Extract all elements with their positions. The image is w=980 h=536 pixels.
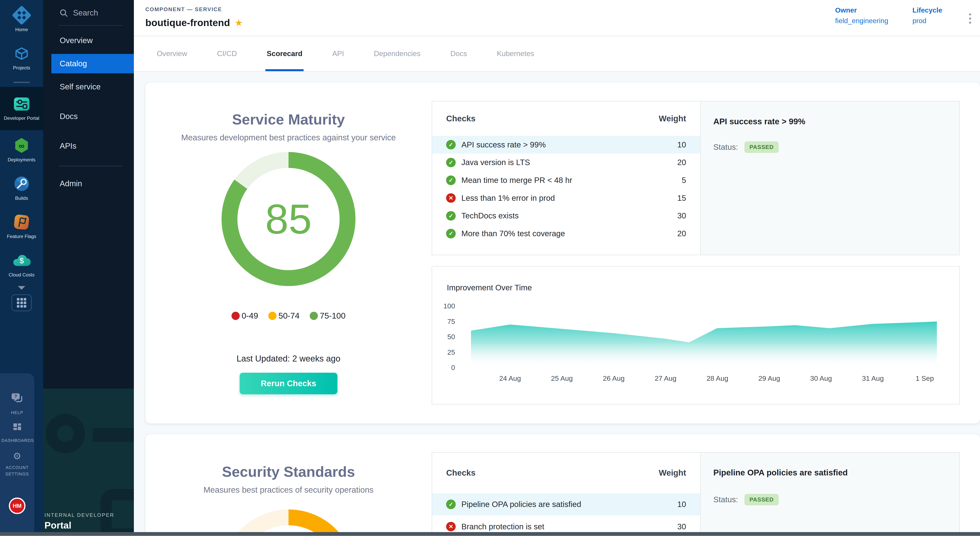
check-row[interactable]: ✓Java version is LTS20 [432, 154, 700, 171]
brand-line1: INTERNAL DEVELOPER [45, 512, 115, 518]
rail-item-label: Builds [15, 195, 28, 201]
check-weight: 15 [672, 194, 686, 203]
avatar[interactable]: HM [9, 498, 25, 514]
y-tick-label: 75 [447, 318, 455, 326]
footer-item-help[interactable]: ?HELP [1, 392, 33, 416]
meta-lifecycle: Lifecycleprod [912, 6, 942, 27]
scorecard-title: Service Maturity [145, 111, 432, 128]
check-weight: 30 [672, 211, 686, 220]
tab-kubernetes[interactable]: Kubernetes [497, 36, 534, 71]
tab-scorecard[interactable]: Scorecard [267, 36, 302, 71]
circuit-ring-decoration [46, 414, 85, 453]
y-tick-label: 100 [443, 302, 455, 310]
rerun-checks-button[interactable]: Rerun Checks [240, 373, 337, 394]
meta-value[interactable]: field_engineering [835, 17, 888, 25]
x-tick-label: 1 Sep [909, 374, 940, 382]
sliders-icon [12, 94, 31, 113]
legend-label: 75-100 [320, 311, 345, 321]
sidebar-item-docs[interactable]: Docs [43, 107, 134, 126]
sidebar-divider [59, 165, 123, 166]
x-tick-label: 25 Aug [546, 374, 578, 382]
check-label: Mean time to merge PR < 48 hr [461, 176, 667, 185]
status-label: Status: [713, 495, 738, 504]
sidebar-item-self-service[interactable]: Self service [43, 77, 134, 97]
x-tick-label: 24 Aug [494, 374, 526, 382]
check-circle-icon: ✓ [446, 140, 456, 150]
check-label: Java version is LTS [461, 158, 667, 167]
content-area: COMPONENT — SERVICE boutique-frontend ★ … [134, 0, 980, 536]
x-tick-label: 28 Aug [702, 374, 733, 382]
rail-item-label: Feature Flags [7, 234, 36, 239]
checks-panel: Checks Weight ✓API success rate > 99%10✓… [431, 101, 959, 255]
sidebar-item-admin[interactable]: Admin [43, 174, 134, 194]
favorite-star-icon[interactable]: ★ [234, 18, 243, 28]
tab-docs[interactable]: Docs [450, 36, 467, 71]
module-browser-button[interactable] [11, 294, 32, 311]
sidebar-search[interactable]: Search [43, 0, 134, 24]
scorecard-subtitle: Measures best practices of security oper… [145, 485, 432, 495]
x-circle-icon: ✕ [446, 522, 456, 531]
meta-label[interactable]: Lifecycle [912, 6, 942, 14]
rail-item-home[interactable]: Home [0, 0, 43, 38]
check-circle-icon: ✓ [446, 499, 456, 509]
x-tick-label: 31 Aug [857, 374, 889, 382]
check-circle-icon: ✓ [446, 211, 456, 221]
status-badge: PASSED [745, 142, 779, 153]
tab-api[interactable]: API [332, 36, 344, 71]
tab-dependencies[interactable]: Dependencies [374, 36, 420, 71]
check-row[interactable]: ✕Less than 1% error in prod15 [432, 189, 700, 207]
main-scroll-area[interactable]: Service Maturity Measures development be… [134, 72, 980, 536]
x-circle-icon: ✕ [446, 193, 456, 203]
rail-item-feature-flags[interactable]: Feature Flags [0, 207, 43, 245]
sidebar-item-overview[interactable]: Overview [43, 31, 134, 50]
tab-overview[interactable]: Overview [157, 36, 187, 71]
tab-bar: OverviewCI/CDScorecardAPIDependenciesDoc… [134, 36, 980, 72]
infinity-hexagon-icon: ∞ [12, 136, 31, 155]
meta-value[interactable]: prod [912, 17, 942, 25]
sidebar: Search OverviewCatalogSelf serviceDocsAP… [43, 0, 134, 536]
search-label: Search [73, 8, 98, 17]
footer-item-label: HELP [11, 409, 23, 416]
cube-icon [12, 44, 31, 63]
check-row[interactable]: ✓Mean time to merge PR < 48 hr5 [432, 171, 700, 189]
collapse-chevron-icon[interactable] [18, 286, 25, 290]
checks-column-header: Checks [446, 114, 659, 123]
last-updated: Last Updated: 2 weeks ago [145, 354, 432, 363]
status-label: Status: [713, 143, 738, 152]
footer-item-account-settings[interactable]: ⚙ACCOUNT SETTINGS [1, 450, 33, 477]
check-row[interactable]: ✓Pipeline OPA policies are satisfied10 [432, 493, 700, 515]
footer-item-label: DASHBOARDS [1, 437, 33, 444]
check-detail-panel: API success rate > 99% Status: PASSED [700, 102, 959, 254]
footer-item-dashboards[interactable]: DASHBOARDS [1, 422, 33, 444]
more-options-button[interactable] [966, 10, 974, 28]
page-header: COMPONENT — SERVICE boutique-frontend ★ … [134, 0, 980, 36]
improvement-chart: Improvement Over Time 0255075100 [431, 266, 959, 404]
rail-item-cloud-costs[interactable]: $Cloud Costs [0, 245, 43, 283]
sidebar-item-apis[interactable]: APIs [43, 136, 134, 156]
meta-label[interactable]: Owner [835, 6, 888, 14]
tab-ci-cd[interactable]: CI/CD [217, 36, 237, 71]
rail-item-label: Home [15, 27, 28, 33]
rail-item-deployments[interactable]: ∞Deployments [0, 130, 43, 169]
check-row[interactable]: ✓More than 70% test coverage20 [432, 225, 700, 243]
check-weight: 20 [672, 229, 686, 238]
rail-item-builds[interactable]: Builds [0, 169, 43, 207]
check-row[interactable]: ✓API success rate > 99%10 [432, 136, 700, 154]
check-row[interactable]: ✓TechDocs exists30 [432, 207, 700, 225]
legend-item-0-49: 0-49 [231, 311, 258, 321]
chart-x-axis: 24 Aug25 Aug26 Aug27 Aug28 Aug29 Aug30 A… [471, 374, 937, 383]
chart-title: Improvement Over Time [447, 283, 532, 292]
x-tick-label: 27 Aug [650, 374, 681, 382]
check-label: More than 70% test coverage [461, 229, 667, 238]
rail-item-developer-portal[interactable]: Developer Portal [0, 87, 43, 130]
checks-panel: Checks Weight ✓Pipeline OPA policies are… [431, 452, 959, 536]
rail-item-projects[interactable]: Projects [0, 38, 43, 76]
grid-icon [17, 298, 27, 308]
gear-icon: ⚙ [13, 450, 22, 462]
brand-line2: Portal [45, 520, 115, 531]
check-circle-icon: ✓ [446, 158, 456, 167]
sidebar-item-catalog[interactable]: Catalog [51, 54, 134, 73]
legend-item-50-74: 50-74 [268, 311, 299, 321]
meta-owner: Ownerfield_engineering [835, 6, 888, 27]
svg-text:?: ? [14, 394, 17, 399]
